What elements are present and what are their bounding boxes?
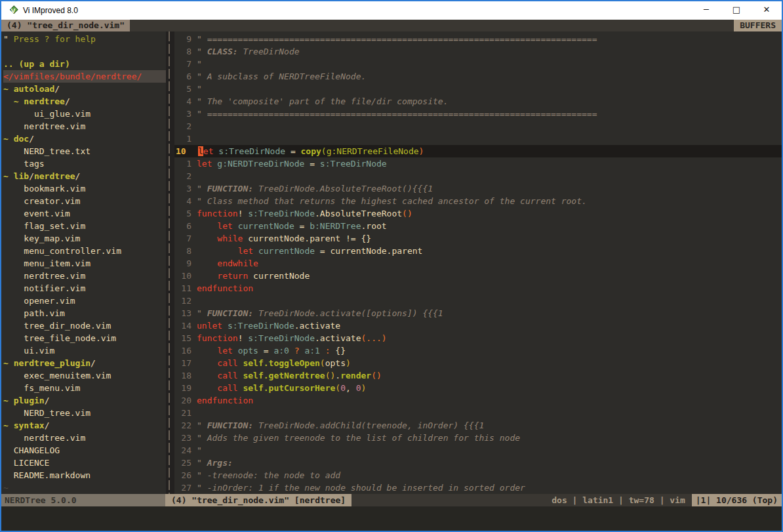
code-line-text: " FUNCTION: TreeDirNode.addChild(treenod… [197, 419, 782, 432]
code-line[interactable]: 14unlet s:TreeDirNode.activate [174, 319, 782, 332]
code-line[interactable]: 15function! s:TreeDirNode.activate(...) [174, 332, 782, 344]
code-line-text: unlet s:TreeDirNode.activate [197, 319, 782, 332]
tree-line[interactable]: ~ lib/nerdtree/ [3, 170, 166, 182]
tree-line-text: tree_file_node.vim [3, 332, 166, 344]
minimize-button[interactable]: ─ [691, 1, 721, 20]
code-line[interactable]: 8" CLASS: TreeDirNode [174, 45, 782, 58]
code-line[interactable]: 16 let opts = a:0 ? a:1 : {} [174, 344, 782, 357]
code-line[interactable]: 11endfunction [174, 282, 782, 295]
code-line-text: " [197, 58, 782, 70]
code-line[interactable]: 26" -treenode: the node to add [174, 469, 782, 481]
code-line[interactable]: 20endfunction [174, 394, 782, 407]
code-line[interactable]: 9" =====================================… [174, 33, 782, 45]
code-line[interactable]: 17 call self.toggleOpen(opts) [174, 357, 782, 369]
tree-line[interactable]: bookmark.vim [3, 182, 166, 195]
command-line[interactable] [1, 506, 782, 531]
code-line[interactable]: 27" -inOrder: 1 if the new node should b… [174, 481, 782, 494]
tree-line[interactable]: README.markdown [3, 469, 166, 481]
code-line[interactable]: 2 [174, 170, 782, 182]
tree-line-text: nerdtree.vim [3, 270, 166, 282]
code-line[interactable]: 8 let currentNode = currentNode.parent [174, 245, 782, 257]
tree-line[interactable]: ~ syntax/ [3, 419, 166, 432]
code-line[interactable]: 10let s:TreeDirNode = copy(g:NERDTreeFil… [174, 145, 782, 157]
line-number: 12 [174, 295, 197, 307]
code-line-text [197, 120, 782, 133]
tree-line[interactable]: </vimfiles/bundle/nerdtree/ [3, 70, 166, 83]
tree-line[interactable] [3, 45, 166, 58]
tree-line[interactable]: flag_set.vim [3, 220, 166, 232]
tree-line[interactable]: ~ autoload/ [3, 83, 166, 95]
tree-line[interactable]: creator.vim [3, 195, 166, 207]
code-line[interactable]: 9 endwhile [174, 257, 782, 270]
tree-line[interactable]: CHANGELOG [3, 444, 166, 457]
tree-line[interactable]: tags [3, 157, 166, 170]
code-line[interactable]: 4" Class method that returns the highest… [174, 195, 782, 207]
tree-line-text: path.vim [3, 307, 166, 319]
code-line[interactable]: 5" [174, 83, 782, 95]
tree-line[interactable]: ~ nerdtree/ [3, 95, 166, 108]
line-number: 5 [174, 83, 197, 95]
maximize-button[interactable]: □ [721, 1, 752, 20]
line-number: 27 [174, 481, 197, 494]
tree-line[interactable]: exec_menuitem.vim [3, 369, 166, 382]
code-line[interactable]: 6 let currentNode = b:NERDTree.root [174, 220, 782, 232]
code-line-text: endwhile [197, 257, 782, 270]
code-line[interactable]: 1let g:NERDTreeDirNode = s:TreeDirNode [174, 157, 782, 170]
code-line[interactable]: 23" Adds the given treenode to the list … [174, 432, 782, 444]
tree-line[interactable]: " Press ? for help [3, 33, 166, 45]
buffer-tab[interactable]: (4) "tree_dir_node.vim" [1, 20, 130, 31]
code-line[interactable]: 1 [174, 133, 782, 145]
tree-line[interactable]: NERD_tree.txt [3, 145, 166, 157]
code-line[interactable]: 18 call self.getNerdtree().render() [174, 369, 782, 382]
tree-line[interactable]: NERD_tree.vim [3, 407, 166, 419]
tree-line[interactable]: LICENCE [3, 457, 166, 469]
code-line[interactable]: 22" FUNCTION: TreeDirNode.addChild(treen… [174, 419, 782, 432]
tree-line[interactable]: ~ [3, 481, 166, 494]
tree-line-text: menu_item.vim [3, 257, 166, 270]
tree-line[interactable]: fs_menu.vim [3, 382, 166, 394]
tree-line[interactable]: notifier.vim [3, 282, 166, 295]
tree-line[interactable]: nerdtree.vim [3, 270, 166, 282]
buffers-label[interactable]: BUFFERS [734, 20, 782, 31]
tree-line[interactable]: .. (up a dir) [3, 58, 166, 70]
code-line[interactable]: 21 [174, 407, 782, 419]
tree-line[interactable]: ui.vim [3, 344, 166, 357]
tree-line[interactable]: menu_controller.vim [3, 245, 166, 257]
code-line[interactable]: 24" [174, 444, 782, 457]
tree-line[interactable]: key_map.vim [3, 232, 166, 245]
code-line[interactable]: 3" FUNCTION: TreeDirNode.AbsoluteTreeRoo… [174, 182, 782, 195]
tree-line[interactable]: path.vim [3, 307, 166, 319]
tree-line[interactable]: nerdtree.vim [3, 120, 166, 133]
tree-line[interactable]: tree_dir_node.vim [3, 319, 166, 332]
window-separator[interactable] [166, 31, 174, 494]
code-line-text: function! s:TreeDirNode.AbsoluteTreeRoot… [197, 207, 782, 220]
close-button[interactable]: ✕ [752, 1, 782, 20]
code-line[interactable]: 13" FUNCTION: TreeDirNode.activate([opti… [174, 307, 782, 319]
tree-line[interactable]: opener.vim [3, 295, 166, 307]
code-line[interactable]: 25" Args: [174, 457, 782, 469]
code-line[interactable]: 19 call self.putCursorHere(0, 0) [174, 382, 782, 394]
tree-line[interactable]: nerdtree.vim [3, 432, 166, 444]
tree-line-text: opener.vim [3, 295, 166, 307]
tree-line[interactable]: ui_glue.vim [3, 108, 166, 120]
tree-line[interactable]: ~ doc/ [3, 133, 166, 145]
status-bar: NERDTree 5.0.0 (4) "tree_dir_node.vim" [… [1, 494, 782, 506]
code-line[interactable]: 7" [174, 58, 782, 70]
code-line[interactable]: 4" The 'composite' part of the file/dir … [174, 95, 782, 108]
code-line[interactable]: 2 [174, 120, 782, 133]
tree-line[interactable]: menu_item.vim [3, 257, 166, 270]
line-number: 23 [174, 432, 197, 444]
line-number: 26 [174, 469, 197, 481]
tree-line[interactable]: ~ nerdtree_plugin/ [3, 357, 166, 369]
code-line[interactable]: 10 return currentNode [174, 270, 782, 282]
code-line[interactable]: 6" A subclass of NERDTreeFileNode. [174, 70, 782, 83]
tree-line-text: flag_set.vim [3, 220, 166, 232]
tree-line[interactable]: ~ plugin/ [3, 394, 166, 407]
tree-line[interactable]: tree_file_node.vim [3, 332, 166, 344]
tree-line[interactable]: event.vim [3, 207, 166, 220]
tree-line-text: NERD_tree.vim [3, 407, 166, 419]
code-line[interactable]: 3" =====================================… [174, 108, 782, 120]
code-line[interactable]: 7 while currentNode.parent != {} [174, 232, 782, 245]
code-line[interactable]: 12 [174, 295, 782, 307]
code-line[interactable]: 5function! s:TreeDirNode.AbsoluteTreeRoo… [174, 207, 782, 220]
